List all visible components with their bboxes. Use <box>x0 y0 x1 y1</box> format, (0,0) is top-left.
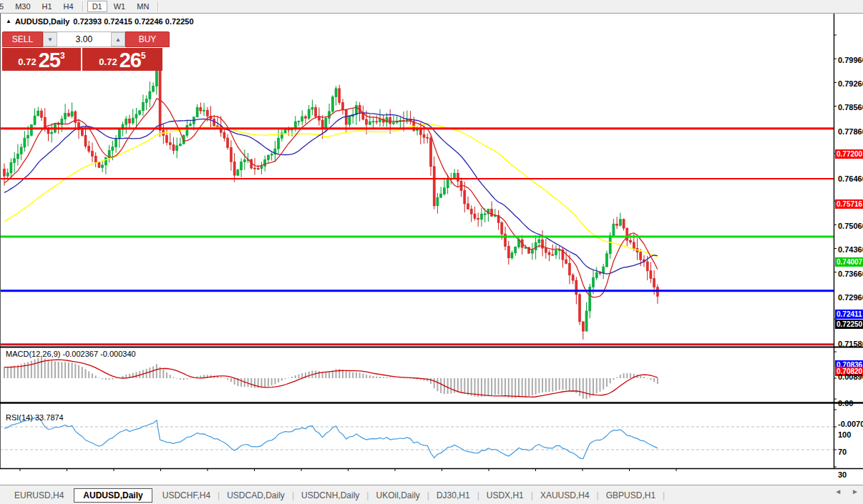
rsi-axis-tick: 30 <box>838 470 847 479</box>
sell-button[interactable]: SELL <box>2 31 43 47</box>
timeframe-button-d1[interactable]: D1 <box>87 1 107 12</box>
chart-tab-audusd[interactable]: AUDUSD,Daily <box>74 488 152 503</box>
chart-marker-icon: ▲ <box>6 18 11 24</box>
price-level-badge: 0.72411 <box>835 310 863 319</box>
chart-tab-usdcnh[interactable]: USDCNH,Daily <box>294 489 366 502</box>
price-axis-tick: 0.73660 <box>838 270 863 278</box>
price-axis-tick: 0.71580 <box>838 340 863 348</box>
chart-ohlc-values: 0.72393 0.72415 0.72246 0.72250 <box>73 17 193 26</box>
macd-axis-tick: 0.00 <box>838 399 853 407</box>
volume-decrease-button[interactable]: ▼ <box>43 32 57 46</box>
sell-price-button[interactable]: 0.72 25 3 <box>2 48 81 71</box>
tab-scroll-nav: ◄ ► <box>834 488 859 495</box>
rsi-axis-tick: 100 <box>838 430 851 439</box>
price-axis-tick: 0.79960 <box>838 56 863 64</box>
chart-window: ▲ AUDUSD,Daily 0.72393 0.72415 0.72246 0… <box>0 13 863 485</box>
volume-increase-button[interactable]: ▲ <box>111 32 125 46</box>
chart-tab-bar: EURUSD,H4AUDUSD,DailyUSDCHF,H4|USDCAD,Da… <box>0 485 863 504</box>
price-chart-canvas[interactable] <box>0 13 863 485</box>
chart-tab-dj30[interactable]: DJ30,H1 <box>429 489 477 502</box>
volume-stepper: ▼ ▲ <box>43 31 125 47</box>
chart-tab-eurusd[interactable]: EURUSD,H4 <box>7 489 71 502</box>
buy-price-base: 0.72 <box>99 55 117 69</box>
buy-price-button[interactable]: 0.72 26 5 <box>82 48 162 71</box>
price-axis-tick: 0.76460 <box>838 174 863 183</box>
macd-label: MACD(12,26,9) -0.002367 -0.000340 <box>6 350 136 358</box>
price-axis-tick: 0.77860 <box>838 127 863 136</box>
rsi-axis-tick: 70 <box>838 448 847 456</box>
chart-tab-usdx[interactable]: USDX,H1 <box>479 489 531 502</box>
sell-price-point: 3 <box>60 51 65 61</box>
chart-symbol-label: AUDUSD,Daily <box>15 17 69 26</box>
price-axis-tick: 0.72960 <box>838 293 863 302</box>
timeframe-toolbar: 5M30H1H4D1W1MN <box>0 0 863 14</box>
toolbar-separator <box>157 1 159 11</box>
price-axis-tick: 0.78560 <box>838 103 863 112</box>
one-click-trading-panel: SELL ▼ ▲ BUY 0.72 25 3 0.72 26 5 <box>2 31 171 71</box>
chart-title: ▲ AUDUSD,Daily 0.72393 0.72415 0.72246 0… <box>6 17 194 26</box>
tab-scroll-left-icon[interactable]: ◄ <box>834 488 842 495</box>
timeframe-button-mn[interactable]: MN <box>132 1 154 12</box>
macd-values: -0.002367 -0.000340 <box>62 350 135 358</box>
sell-price-base: 0.72 <box>18 55 36 69</box>
buy-button[interactable]: BUY <box>125 31 170 47</box>
macd-axis-tick: 0.008904 <box>838 372 863 381</box>
timeframe-button-w1[interactable]: W1 <box>109 1 131 12</box>
rsi-label: RSI(14) 33.7874 <box>6 413 64 422</box>
timeframe-button-h4[interactable]: H4 <box>59 1 79 12</box>
rsi-value: 33.7874 <box>35 413 64 422</box>
sell-price-pips: 25 <box>39 51 60 69</box>
macd-axis-tick: -0.007017 <box>838 420 863 428</box>
chart-tab-gbpusd[interactable]: GBPUSD,H1 <box>599 489 663 502</box>
chart-tab-ukoil[interactable]: UKOil,Daily <box>369 489 426 502</box>
chart-tab-xauusd[interactable]: XAUUSD,H4 <box>533 489 597 502</box>
price-level-badge: 0.77200 <box>835 149 863 159</box>
chart-tab-usdcad[interactable]: USDCAD,Daily <box>220 489 292 502</box>
price-axis-tick: 0.74360 <box>838 245 863 254</box>
tab-separator: | <box>663 490 665 500</box>
price-axis-tick: 0.79260 <box>838 79 863 88</box>
chart-tab-usdchf[interactable]: USDCHF,H4 <box>155 489 218 502</box>
timeframe-button-5[interactable]: 5 <box>0 1 9 12</box>
timeframe-button-m30[interactable]: M30 <box>10 1 35 12</box>
volume-input[interactable] <box>57 32 111 46</box>
buy-price-point: 5 <box>141 51 146 61</box>
toolbar-separator <box>82 1 84 11</box>
price-axis-tick: 0.75060 <box>838 222 863 230</box>
tab-scroll-right-icon[interactable]: ► <box>852 488 859 495</box>
buy-price-pips: 26 <box>120 51 141 69</box>
price-level-badge: 0.75716 <box>835 199 863 209</box>
price-level-badge: 0.74007 <box>835 257 863 267</box>
mt4-window: 5M30H1H4D1W1MN ▲ AUDUSD,Daily 0.72393 0.… <box>0 0 863 504</box>
timeframe-button-h1[interactable]: H1 <box>37 1 57 12</box>
price-level-badge: 0.72250 <box>835 320 863 329</box>
